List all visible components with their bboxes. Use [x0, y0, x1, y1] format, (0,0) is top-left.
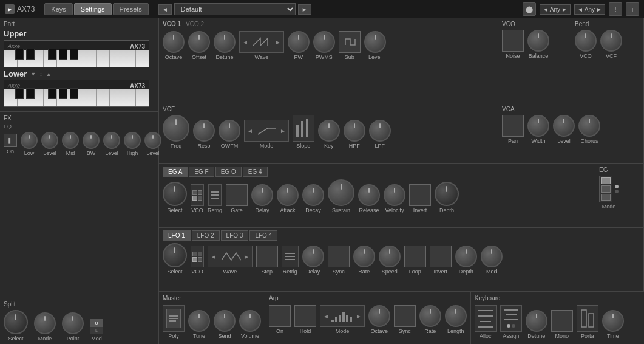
keyboard-detune-knob[interactable] [526, 310, 547, 332]
lfo-mod-knob[interactable] [481, 246, 503, 267]
vco1-offset-knob[interactable] [188, 31, 210, 53]
vco1-wave-left[interactable]: ◄ [242, 39, 248, 46]
vco1-wave-right[interactable]: ► [275, 39, 281, 46]
lfo-delay-knob[interactable] [302, 246, 324, 267]
split-mod-l[interactable]: L [90, 327, 103, 334]
vcf-mode-selector[interactable]: ◄ ► [244, 120, 289, 142]
arp-sync-btn[interactable] [394, 305, 416, 327]
eg-depth-knob[interactable] [435, 182, 459, 206]
lfo-tab-4[interactable]: LFO 4 [249, 230, 277, 241]
eg-release-knob[interactable] [358, 184, 380, 206]
fx-mid-knob[interactable] [62, 132, 79, 149]
bend-vcf-knob[interactable] [600, 30, 622, 52]
eg-attack-knob[interactable] [277, 184, 299, 206]
split-mod-u[interactable]: U [90, 320, 103, 327]
keyboard-mono-btn[interactable] [551, 310, 573, 332]
tab-keys[interactable]: Keys [44, 3, 72, 15]
master-tune-knob[interactable] [188, 310, 210, 332]
lfo-invert-btn[interactable] [430, 246, 452, 267]
vcf-mode-left[interactable]: ◄ [247, 128, 253, 134]
any-left-arrow-1[interactable]: ◄ [543, 6, 549, 13]
arp-on-btn[interactable] [269, 305, 291, 327]
master-volume-knob[interactable] [239, 310, 261, 332]
vco1-detune-knob[interactable] [214, 31, 236, 53]
vcf-reso-knob[interactable] [193, 120, 215, 142]
lfo-sync-btn[interactable] [328, 246, 350, 267]
any-right-arrow-1[interactable]: ► [561, 6, 568, 13]
vco1-level-knob[interactable] [364, 31, 386, 53]
preset-nav-right[interactable]: ► [298, 4, 311, 15]
eg-decay-knob[interactable] [302, 184, 324, 206]
keyboard-porta-display[interactable] [577, 305, 598, 332]
preset-nav-left[interactable]: ◄ [158, 4, 172, 15]
lfo-wave-selector[interactable]: ◄ ► [208, 246, 253, 267]
lfo-select-knob[interactable] [163, 243, 187, 267]
split-mod-toggle[interactable]: U L [90, 319, 103, 334]
fx-level1-knob[interactable] [41, 132, 58, 149]
fx-level2-knob[interactable] [103, 132, 120, 149]
lower-arrow-updown[interactable]: ↕ [39, 71, 42, 77]
master-poly-display[interactable] [163, 305, 185, 332]
lfo-wave-right[interactable]: ► [243, 253, 249, 260]
any-left-arrow-2[interactable]: ◄ [577, 6, 583, 13]
eg-tab-a[interactable]: EG A [163, 167, 188, 177]
vca-chorus-knob[interactable] [578, 115, 600, 137]
eg-mode-steps[interactable] [599, 176, 612, 202]
fx-low-knob[interactable] [21, 132, 38, 149]
eg-retrig-display[interactable] [208, 184, 222, 206]
vcf-owfm-knob[interactable] [219, 120, 240, 142]
eg-tab-f[interactable]: EG F [189, 167, 214, 177]
any-right-arrow-2[interactable]: ► [596, 6, 602, 13]
eg-tab-o[interactable]: EG O [215, 167, 242, 177]
arp-octave-knob[interactable] [368, 305, 390, 327]
keyboard-time-knob[interactable] [602, 310, 624, 332]
lfo-step-btn[interactable] [256, 246, 278, 267]
info-icon[interactable]: i [626, 2, 639, 16]
tab-presets[interactable]: Presets [113, 3, 149, 15]
split-point-knob[interactable] [62, 312, 84, 334]
fx-on-btn[interactable]: ▌ [4, 134, 17, 147]
midi-icon[interactable]: ⬤ [523, 2, 536, 16]
split-select-knob[interactable] [4, 310, 28, 334]
eg-sustain-knob[interactable] [328, 179, 354, 206]
lower-arrow-down[interactable]: ▼ [30, 71, 36, 77]
lfo-loop-btn[interactable] [404, 246, 426, 267]
vco1-sub-btn[interactable] [339, 31, 361, 53]
vco-noise-btn[interactable] [502, 30, 524, 52]
vcf-freq-knob[interactable] [163, 115, 189, 142]
lfo-rate-knob[interactable] [353, 246, 375, 267]
vco1-pw-knob[interactable] [288, 31, 310, 53]
lfo-depth-knob[interactable] [455, 246, 477, 267]
arp-hold-btn[interactable] [294, 305, 316, 327]
vcf-mode-right[interactable]: ► [280, 128, 286, 134]
lower-arrow-up[interactable]: ▲ [46, 71, 52, 77]
vca-width-knob[interactable] [527, 115, 549, 137]
keyboard-alloc-display[interactable] [475, 305, 497, 332]
arp-mode-right[interactable]: ► [356, 313, 362, 320]
vca-pan-btn[interactable] [502, 115, 524, 137]
vcf-key-knob[interactable] [318, 120, 340, 142]
eg-gate-btn[interactable] [226, 184, 248, 206]
vcf-hpf-knob[interactable] [344, 120, 365, 142]
exclamation-icon[interactable]: ! [609, 2, 622, 16]
vco1-pwms-knob[interactable] [313, 31, 335, 53]
vcf-slope-display[interactable] [293, 115, 314, 142]
lfo-tab-2[interactable]: LFO 2 [192, 230, 220, 241]
fx-high-knob[interactable] [124, 132, 141, 149]
vco-balance-knob[interactable] [527, 30, 549, 52]
preset-select[interactable]: Default [174, 3, 296, 15]
vcf-lpf-knob[interactable] [369, 120, 391, 142]
fx-level3-knob[interactable] [144, 132, 161, 149]
lfo-tab-1[interactable]: LFO 1 [163, 230, 191, 241]
arp-rate-knob[interactable] [419, 305, 441, 327]
master-send-knob[interactable] [214, 310, 236, 332]
eg-delay-knob[interactable] [251, 184, 273, 206]
arp-length-knob[interactable] [445, 305, 467, 327]
lfo-retrig-display[interactable] [282, 246, 299, 267]
eg-vco-steps[interactable] [191, 184, 204, 206]
vco1-octave-knob[interactable] [163, 31, 185, 53]
eg-select-knob[interactable] [163, 182, 187, 206]
fx-bw-knob[interactable] [83, 132, 100, 149]
tab-settings[interactable]: Settings [74, 3, 112, 15]
eg-velocity-knob[interactable] [384, 184, 405, 206]
